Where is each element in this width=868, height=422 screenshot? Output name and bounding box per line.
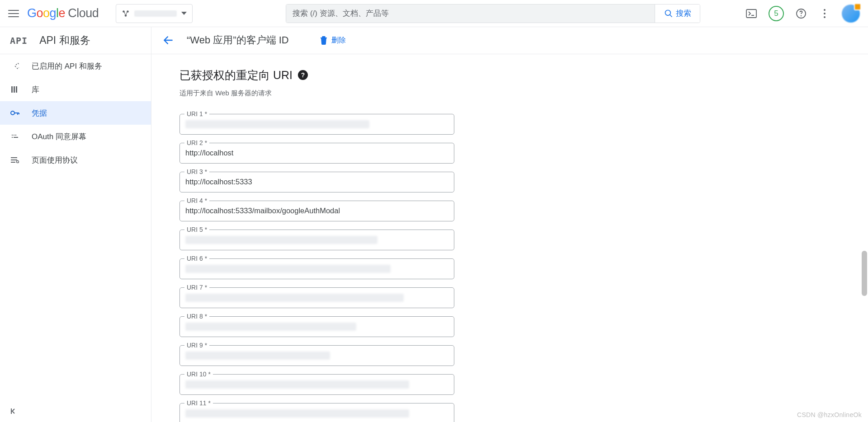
help-icon[interactable]: ?: [298, 70, 308, 80]
uri-field-label: URI 10 *: [184, 370, 213, 378]
sidebar-item-credentials[interactable]: 凭据: [0, 101, 151, 125]
uri-field-4[interactable]: URI 4 *: [179, 201, 454, 221]
redacted-value: [185, 265, 391, 273]
uri-field-2[interactable]: URI 2 *: [179, 143, 454, 164]
sidebar-item-enabled-apis[interactable]: 已启用的 API 和服务: [0, 54, 151, 78]
section-title-row: 已获授权的重定向 URI ?: [179, 68, 868, 83]
sidebar-item-label: 库: [32, 84, 39, 95]
svg-rect-8: [15, 63, 19, 69]
uri-input[interactable]: [185, 178, 448, 186]
project-picker[interactable]: [116, 4, 193, 23]
collapse-sidebar-icon[interactable]: [0, 400, 151, 422]
svg-rect-19: [14, 137, 18, 138]
redacted-value: [185, 352, 330, 360]
uri-field-11[interactable]: URI 11 *: [179, 403, 454, 422]
search-button-label: 搜索: [676, 8, 691, 19]
diamond-icon: [10, 61, 20, 71]
uri-field-10[interactable]: URI 10 *: [179, 374, 454, 395]
svg-rect-10: [14, 86, 15, 93]
searchbar-container: 搜索 (/) 资源、文档、产品等 搜索: [286, 4, 700, 23]
svg-point-7: [801, 15, 802, 16]
cloud-shell-icon[interactable]: [745, 7, 758, 20]
project-name-redacted: [134, 10, 177, 17]
page-title: “Web 应用”的客户端 ID: [187, 33, 289, 47]
svg-point-3: [665, 10, 670, 15]
redacted-value: [185, 236, 377, 244]
redacted-value: [185, 294, 404, 302]
sidebar-item-label: 页面使用协议: [32, 155, 78, 165]
back-button[interactable]: [162, 34, 174, 46]
uri-field-label: URI 3 *: [184, 168, 209, 175]
sidebar-item-label: OAuth 同意屏幕: [32, 131, 86, 142]
sidebar-item-label: 已启用的 API 和服务: [32, 61, 102, 71]
page-header: “Web 应用”的客户端 ID 删除: [151, 27, 868, 54]
main-area: “Web 应用”的客户端 ID 删除 已获授权的重定向 URI ? 适用于来自 …: [151, 27, 868, 422]
svg-rect-11: [16, 86, 17, 93]
sidebar-item-library[interactable]: 库: [0, 78, 151, 101]
section-title: 已获授权的重定向 URI: [179, 68, 292, 83]
uri-field-label: URI 7 *: [184, 284, 209, 291]
uri-field-9[interactable]: URI 9 *: [179, 345, 454, 366]
avatar[interactable]: [842, 5, 860, 23]
search-button[interactable]: 搜索: [655, 5, 700, 23]
uri-field-label: URI 5 *: [184, 226, 209, 233]
svg-point-2: [125, 14, 127, 17]
consent-icon: [10, 131, 20, 141]
uri-field-label: URI 11 *: [184, 399, 213, 407]
top-bar: Google Cloud 搜索 (/) 资源、文档、产品等 搜索 5: [0, 0, 868, 27]
content: 已获授权的重定向 URI ? 适用于来自 Web 服务器的请求 URI 1 *U…: [151, 54, 868, 422]
svg-point-24: [17, 161, 19, 163]
sidebar-item-tos[interactable]: 页面使用协议: [0, 148, 151, 172]
watermark: CSDN @hzxOnlineOk: [797, 411, 862, 418]
project-icon: [122, 9, 130, 18]
uri-field-1[interactable]: URI 1 *: [179, 114, 454, 135]
google-cloud-logo[interactable]: Google Cloud: [27, 6, 99, 20]
sidebar: API API 和服务 已启用的 API 和服务 库 凭据 OAuth 同意屏幕…: [0, 27, 151, 422]
uri-field-6[interactable]: URI 6 *: [179, 258, 454, 279]
redacted-value: [185, 409, 409, 417]
search-icon: [664, 9, 673, 18]
kebab-menu-icon[interactable]: [818, 7, 831, 20]
uri-input[interactable]: [185, 206, 448, 215]
api-logo-icon: API: [10, 35, 28, 46]
search-input[interactable]: 搜索 (/) 资源、文档、产品等: [286, 5, 655, 23]
delete-button[interactable]: 删除: [320, 36, 346, 45]
library-icon: [10, 84, 20, 94]
uri-field-7[interactable]: URI 7 *: [179, 287, 454, 308]
chevron-down-icon: [181, 12, 187, 15]
svg-rect-18: [12, 137, 13, 138]
uri-field-label: URI 9 *: [184, 342, 209, 349]
uri-field-label: URI 6 *: [184, 255, 209, 262]
body-layout: API API 和服务 已启用的 API 和服务 库 凭据 OAuth 同意屏幕…: [0, 27, 868, 422]
redacted-value: [185, 380, 409, 389]
uri-field-label: URI 4 *: [184, 197, 209, 204]
help-icon[interactable]: [795, 7, 807, 20]
scrollbar-thumb[interactable]: [862, 251, 867, 296]
uri-field-label: URI 2 *: [184, 139, 209, 146]
trash-icon: [320, 36, 328, 45]
uri-field-5[interactable]: URI 5 *: [179, 230, 454, 250]
sidebar-item-oauth-consent[interactable]: OAuth 同意屏幕: [0, 125, 151, 148]
delete-label: 删除: [331, 36, 346, 45]
sidebar-header: API API 和服务: [0, 27, 151, 54]
sidebar-title: API 和服务: [39, 33, 90, 47]
uri-input[interactable]: [185, 149, 448, 157]
cloud-label: Cloud: [68, 6, 99, 20]
svg-rect-5: [746, 9, 756, 18]
settings-list-icon: [10, 155, 20, 165]
topbar-right: 5: [745, 5, 860, 23]
uri-field-3[interactable]: URI 3 *: [179, 172, 454, 192]
section-description: 适用于来自 Web 服务器的请求: [179, 89, 868, 98]
search-placeholder: 搜索 (/) 资源、文档、产品等: [292, 8, 389, 19]
svg-rect-20: [15, 135, 16, 136]
redacted-value: [185, 323, 356, 331]
uri-field-label: URI 8 *: [184, 313, 209, 320]
arrow-left-icon: [162, 34, 174, 46]
redacted-value: [185, 120, 369, 128]
sidebar-item-label: 凭据: [32, 108, 47, 118]
hamburger-menu-icon[interactable]: [8, 8, 19, 19]
free-trial-badge[interactable]: 5: [769, 6, 784, 21]
uri-list: URI 1 *URI 2 *URI 3 *URI 4 *URI 5 *URI 6…: [179, 114, 454, 422]
svg-line-4: [670, 14, 672, 17]
uri-field-8[interactable]: URI 8 *: [179, 316, 454, 337]
